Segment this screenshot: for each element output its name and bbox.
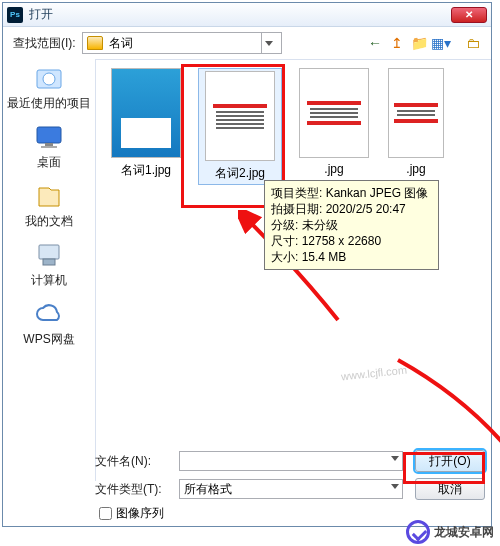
thumbnail (205, 71, 275, 161)
sidebar-item-wps[interactable]: WPS网盘 (3, 299, 95, 348)
sidebar-item-label: 计算机 (31, 272, 67, 289)
tooltip-line: 大小: 15.4 MB (271, 249, 432, 265)
sidebar-item-documents[interactable]: 我的文档 (3, 181, 95, 230)
file-name: .jpg (324, 162, 343, 176)
close-button[interactable]: ✕ (451, 7, 487, 23)
file-name: 名词1.jpg (121, 162, 171, 179)
file-item-selected[interactable]: 名词2.jpg (198, 68, 282, 185)
filetype-combo[interactable]: 所有格式 (179, 479, 403, 499)
title-bar: Ps 打开 ✕ (3, 3, 491, 27)
svg-point-1 (43, 73, 55, 85)
file-tooltip: 项目类型: Kankan JPEG 图像 拍摄日期: 2020/2/5 20:4… (264, 180, 439, 270)
tooltip-line: 尺寸: 12758 x 22680 (271, 233, 432, 249)
svg-rect-2 (37, 127, 61, 143)
current-folder: 名词 (109, 35, 133, 52)
file-list-pane[interactable]: 名词1.jpg 名词2.jpg .jpg (95, 59, 491, 481)
file-item[interactable]: .jpg (292, 68, 376, 176)
cloud-icon (32, 299, 66, 329)
filename-label: 文件名(N): (95, 453, 167, 470)
sidebar-item-label: 桌面 (37, 154, 61, 171)
chevron-down-icon (261, 33, 277, 53)
tooltip-line: 分级: 未分级 (271, 217, 432, 233)
thumbnail (299, 68, 369, 158)
svg-rect-5 (39, 245, 59, 259)
tooltip-line: 拍摄日期: 2020/2/5 20:47 (271, 201, 432, 217)
svg-rect-4 (41, 146, 57, 148)
app-icon: Ps (7, 7, 23, 23)
folder-icon (87, 36, 103, 50)
computer-icon (32, 240, 66, 270)
svg-rect-6 (43, 259, 55, 265)
open-dialog: Ps 打开 ✕ 查找范围(I): 名词 ← ↥ 📁 ▦▾ 🗀 最近使用的项目 桌… (2, 2, 492, 527)
look-in-label: 查找范围(I): (13, 35, 76, 52)
view-menu-icon[interactable]: ▦▾ (433, 35, 449, 51)
bottom-panel: 文件名(N): 打开(O) 文件类型(T): 所有格式 取消 (95, 450, 485, 506)
thumbnail (388, 68, 444, 158)
sidebar-item-computer[interactable]: 计算机 (3, 240, 95, 289)
open-button[interactable]: 打开(O) (415, 450, 485, 472)
image-sequence-label: 图像序列 (116, 505, 164, 522)
file-item[interactable]: 名词1.jpg (104, 68, 188, 179)
sidebar-item-label: 我的文档 (25, 213, 73, 230)
places-sidebar: 最近使用的项目 桌面 我的文档 计算机 WPS网盘 (3, 59, 95, 481)
extra-icon[interactable]: 🗀 (465, 35, 481, 51)
window-title: 打开 (29, 6, 451, 23)
thumbnail (111, 68, 181, 158)
sidebar-item-label: WPS网盘 (23, 331, 74, 348)
file-name: .jpg (406, 162, 425, 176)
back-icon[interactable]: ← (367, 35, 383, 51)
up-icon[interactable]: ↥ (389, 35, 405, 51)
cancel-button[interactable]: 取消 (415, 478, 485, 500)
new-folder-icon[interactable]: 📁 (411, 35, 427, 51)
sidebar-item-recent[interactable]: 最近使用的项目 (3, 63, 95, 112)
desktop-icon (32, 122, 66, 152)
file-name: 名词2.jpg (215, 165, 265, 182)
toolbar-icons: ← ↥ 📁 ▦▾ 🗀 (367, 35, 481, 51)
recent-icon (32, 63, 66, 93)
filetype-label: 文件类型(T): (95, 481, 167, 498)
image-sequence-checkbox[interactable] (99, 507, 112, 520)
file-item[interactable]: .jpg (386, 68, 446, 176)
svg-rect-3 (45, 143, 53, 146)
image-sequence-row: 图像序列 (99, 505, 164, 522)
documents-icon (32, 181, 66, 211)
tooltip-line: 项目类型: Kankan JPEG 图像 (271, 185, 432, 201)
sidebar-item-desktop[interactable]: 桌面 (3, 122, 95, 171)
sidebar-item-label: 最近使用的项目 (7, 95, 91, 112)
filename-combo[interactable] (179, 451, 403, 471)
toolbar: 查找范围(I): 名词 ← ↥ 📁 ▦▾ 🗀 (3, 27, 491, 59)
look-in-dropdown[interactable]: 名词 (82, 32, 282, 54)
dialog-body: 最近使用的项目 桌面 我的文档 计算机 WPS网盘 名词1.jpg (3, 59, 491, 481)
